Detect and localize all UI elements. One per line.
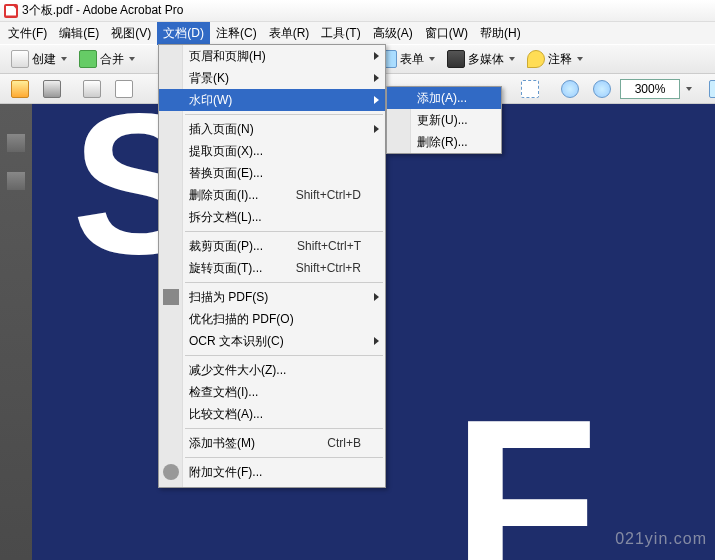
label: OCR 文本识别(C) <box>189 333 284 350</box>
zoom-in-button[interactable] <box>588 77 616 101</box>
combine-label: 合并 <box>100 51 124 68</box>
menu-tools[interactable]: 工具(T) <box>315 22 366 45</box>
menu-replace-pages[interactable]: 替换页面(E)... <box>159 162 385 184</box>
submenu-update[interactable]: 更新(U)... <box>387 109 501 131</box>
label: 比较文档(A)... <box>189 406 263 423</box>
label: 页眉和页脚(H) <box>189 48 266 65</box>
menu-ocr[interactable]: OCR 文本识别(C) <box>159 330 385 352</box>
shortcut: Ctrl+B <box>327 436 361 450</box>
layers-panel-icon[interactable] <box>7 172 25 190</box>
chevron-down-icon <box>61 57 67 61</box>
submenu-remove[interactable]: 删除(R)... <box>387 131 501 153</box>
fit-icon <box>709 80 715 98</box>
menu-scan-to-pdf[interactable]: 扫描为 PDF(S) <box>159 286 385 308</box>
print-button[interactable] <box>38 77 66 101</box>
label: 优化扫描的 PDF(O) <box>189 311 294 328</box>
menu-bar: 文件(F) 编辑(E) 视图(V) 文档(D) 注释(C) 表单(R) 工具(T… <box>0 22 715 44</box>
chevron-down-icon[interactable] <box>686 87 692 91</box>
paperclip-icon <box>163 464 179 480</box>
pages-panel-icon[interactable] <box>7 134 25 152</box>
create-icon <box>11 50 29 68</box>
pdf-icon <box>4 4 18 18</box>
label: 减少文件大小(Z)... <box>189 362 286 379</box>
menu-attach-file[interactable]: 附加文件(F)... <box>159 461 385 483</box>
menu-reduce-size[interactable]: 减少文件大小(Z)... <box>159 359 385 381</box>
marquee-zoom-button[interactable] <box>516 77 544 101</box>
label: 替换页面(E)... <box>189 165 263 182</box>
create-label: 创建 <box>32 51 56 68</box>
submenu-arrow-icon <box>374 74 379 82</box>
zoom-out-button[interactable] <box>556 77 584 101</box>
submenu-arrow-icon <box>374 52 379 60</box>
label: 检查文档(I)... <box>189 384 258 401</box>
form-label: 表单 <box>400 51 424 68</box>
zoom-input[interactable] <box>620 79 680 99</box>
submenu-arrow-icon <box>374 293 379 301</box>
menu-add-bookmark[interactable]: 添加书签(M)Ctrl+B <box>159 432 385 454</box>
menu-examine-doc[interactable]: 检查文档(I)... <box>159 381 385 403</box>
menu-edit[interactable]: 编辑(E) <box>53 22 105 45</box>
menu-comment[interactable]: 注释(C) <box>210 22 263 45</box>
menu-rotate-pages[interactable]: 旋转页面(T)...Shift+Ctrl+R <box>159 257 385 279</box>
menu-extract-pages[interactable]: 提取页面(X)... <box>159 140 385 162</box>
open-button[interactable] <box>6 77 34 101</box>
window-title: 3个板.pdf - Adobe Acrobat Pro <box>22 2 183 19</box>
menu-form[interactable]: 表单(R) <box>263 22 316 45</box>
label: 删除(R)... <box>417 134 468 151</box>
menu-optimize-scan[interactable]: 优化扫描的 PDF(O) <box>159 308 385 330</box>
label: 旋转页面(T)... <box>189 260 262 277</box>
multimedia-button[interactable]: 多媒体 <box>442 47 520 71</box>
create-button[interactable]: 创建 <box>6 47 72 71</box>
label: 删除页面(I)... <box>189 187 258 204</box>
menu-insert-pages[interactable]: 插入页面(N) <box>159 118 385 140</box>
label: 提取页面(X)... <box>189 143 263 160</box>
label: 添加(A)... <box>417 90 467 107</box>
plus-icon <box>593 80 611 98</box>
menu-split-document[interactable]: 拆分文档(L)... <box>159 206 385 228</box>
email-button[interactable] <box>78 77 106 101</box>
page-icon <box>115 80 133 98</box>
menu-window[interactable]: 窗口(W) <box>419 22 474 45</box>
title-bar: 3个板.pdf - Adobe Acrobat Pro <box>0 0 715 22</box>
menu-watermark[interactable]: 水印(W) <box>159 89 385 111</box>
menu-crop-pages[interactable]: 裁剪页面(P)...Shift+Ctrl+T <box>159 235 385 257</box>
menu-separator <box>185 114 383 115</box>
menu-separator <box>185 457 383 458</box>
fit-button[interactable] <box>704 77 715 101</box>
combine-icon <box>79 50 97 68</box>
menu-header-footer[interactable]: 页眉和页脚(H) <box>159 45 385 67</box>
minus-icon <box>561 80 579 98</box>
chevron-down-icon <box>129 57 135 61</box>
menu-advanced[interactable]: 高级(A) <box>367 22 419 45</box>
label: 拆分文档(L)... <box>189 209 262 226</box>
label: 背景(K) <box>189 70 229 87</box>
comment-icon <box>527 50 545 68</box>
watermark-text: 021yin.com <box>615 530 707 548</box>
label: 添加书签(M) <box>189 435 255 452</box>
menu-delete-pages[interactable]: 删除页面(I)...Shift+Ctrl+D <box>159 184 385 206</box>
chevron-down-icon <box>577 57 583 61</box>
multimedia-label: 多媒体 <box>468 51 504 68</box>
comment-button[interactable]: 注释 <box>522 47 588 71</box>
submenu-arrow-icon <box>374 125 379 133</box>
watermark-submenu: 添加(A)... 更新(U)... 删除(R)... <box>386 86 502 154</box>
submenu-add[interactable]: 添加(A)... <box>387 87 501 109</box>
menu-separator <box>185 355 383 356</box>
label: 附加文件(F)... <box>189 464 262 481</box>
shortcut: Shift+Ctrl+R <box>296 261 361 275</box>
menu-view[interactable]: 视图(V) <box>105 22 157 45</box>
menu-file[interactable]: 文件(F) <box>2 22 53 45</box>
navigation-panel <box>0 104 32 560</box>
menu-help[interactable]: 帮助(H) <box>474 22 527 45</box>
menu-separator <box>185 231 383 232</box>
submenu-arrow-icon <box>374 337 379 345</box>
folder-icon <box>11 80 29 98</box>
printer-icon <box>43 80 61 98</box>
menu-document[interactable]: 文档(D) <box>157 22 210 45</box>
combine-button[interactable]: 合并 <box>74 47 140 71</box>
menu-compare-doc[interactable]: 比较文档(A)... <box>159 403 385 425</box>
comment-label: 注释 <box>548 51 572 68</box>
page-button[interactable] <box>110 77 138 101</box>
menu-background[interactable]: 背景(K) <box>159 67 385 89</box>
doc-content-text: F <box>452 384 589 560</box>
